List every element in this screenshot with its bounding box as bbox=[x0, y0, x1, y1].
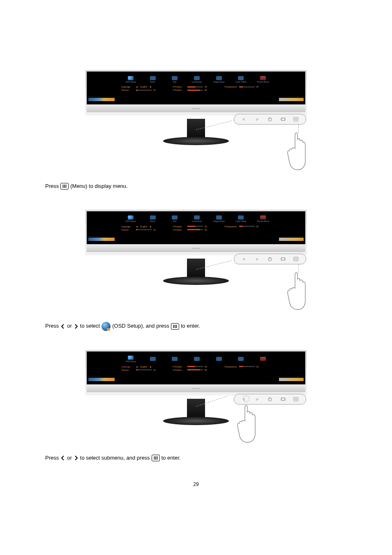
osd-row-transparence: Transparence 25 bbox=[224, 86, 272, 88]
osd-tab-image-setup bbox=[210, 357, 228, 361]
osd-tab-exit bbox=[165, 357, 184, 361]
svg-rect-14 bbox=[281, 258, 285, 260]
osd-tab-osd-setup: OSD Setup bbox=[121, 356, 140, 363]
pointing-hand-icon bbox=[285, 270, 309, 311]
osd-tab-image-setup: Image Setup bbox=[210, 215, 228, 222]
power-button-icon bbox=[267, 396, 273, 402]
monitor-button-strip: < > bbox=[234, 254, 306, 264]
osd-menu: OSD Setup Extra Exit Luminance Image Set… bbox=[121, 214, 272, 231]
osd-tab-extra: Extra bbox=[143, 76, 162, 83]
osd-row-language: Language◀English▶ bbox=[121, 365, 169, 368]
menu-button-icon bbox=[293, 116, 299, 122]
osd-setup-icon bbox=[101, 322, 111, 331]
osd-row-timeout: Timeout 10 bbox=[121, 89, 169, 91]
osd-tab-extra bbox=[143, 357, 162, 361]
osd-menu: OSD Setup Language◀English▶ H.Position50… bbox=[121, 354, 272, 371]
osd-row-language: Language ◀ English ▶ bbox=[121, 86, 169, 88]
osd-tab-luminance: Luminance bbox=[187, 76, 206, 83]
osd-tab-extra: Extra bbox=[143, 215, 162, 222]
power-button-icon bbox=[267, 256, 273, 262]
right-arrow-icon bbox=[74, 456, 78, 460]
osd-tab-luminance: Luminance bbox=[187, 215, 206, 222]
osd-tab-color-setup bbox=[232, 357, 251, 361]
left-arrow-icon: ◀ bbox=[136, 86, 138, 88]
instruction-1: Press (Menu) to display menu. bbox=[45, 182, 347, 191]
power-button-icon bbox=[267, 116, 273, 122]
right-arrow-icon bbox=[74, 324, 78, 329]
osd-tab-picture-boost: Picture Boost bbox=[254, 215, 272, 222]
monitor-button-strip: < > bbox=[234, 114, 306, 125]
osd-tab-osd-setup: OSD Setup bbox=[121, 76, 140, 83]
menu-button-icon bbox=[293, 256, 299, 262]
menu-icon bbox=[171, 323, 179, 330]
right-arrow-icon: ▶ bbox=[150, 86, 152, 88]
monitor-figure-3: OSD Setup Language◀English▶ H.Position50… bbox=[85, 350, 307, 447]
osd-tab-osd-setup: OSD Setup bbox=[121, 215, 140, 222]
svg-rect-2 bbox=[281, 118, 285, 120]
osd-tab-color-setup: Color Setup bbox=[232, 215, 251, 222]
osd-tab-image-setup: Image Setup bbox=[210, 76, 228, 83]
pointing-hand-icon bbox=[235, 403, 259, 444]
monitor-figure-1: OSD Setup Extra Exit Luminance Image Set… bbox=[85, 70, 307, 176]
auto-button-icon bbox=[280, 396, 286, 402]
right-button-icon: > bbox=[254, 116, 260, 122]
left-button-icon: < bbox=[241, 116, 247, 122]
left-arrow-icon bbox=[60, 456, 65, 460]
osd-tab-luminance bbox=[187, 357, 206, 361]
instruction-2: Press or to select (OSD Setup), and pres… bbox=[45, 322, 347, 331]
page-number: 29 bbox=[45, 481, 347, 487]
left-button-icon: < bbox=[241, 256, 247, 262]
right-button-icon: > bbox=[254, 396, 260, 402]
osd-tab-exit: Exit bbox=[165, 215, 184, 222]
auto-button-icon bbox=[280, 256, 286, 262]
menu-icon bbox=[152, 455, 160, 461]
osd-tab-exit: Exit bbox=[165, 76, 184, 83]
menu-button-icon bbox=[293, 396, 299, 402]
osd-tab-picture-boost bbox=[254, 357, 272, 361]
osd-menu: OSD Setup Extra Exit Luminance Image Set… bbox=[121, 74, 272, 91]
pointing-hand-icon bbox=[285, 130, 309, 171]
osd-row-vpos: V.Position 80 bbox=[173, 89, 221, 91]
auto-button-icon bbox=[280, 116, 286, 122]
menu-icon bbox=[60, 183, 69, 190]
left-arrow-icon bbox=[60, 324, 65, 329]
osd-tab-color-setup: Color Setup bbox=[232, 76, 251, 83]
osd-row-hpos: H.Position 50 bbox=[173, 86, 221, 88]
osd-tab-picture-boost: Picture Boost bbox=[254, 76, 272, 83]
right-button-icon: > bbox=[254, 256, 260, 262]
svg-rect-26 bbox=[281, 398, 285, 400]
monitor-figure-2: OSD Setup Extra Exit Luminance Image Set… bbox=[85, 210, 307, 315]
instruction-3: Press or to select submenu, and press to… bbox=[45, 454, 347, 462]
